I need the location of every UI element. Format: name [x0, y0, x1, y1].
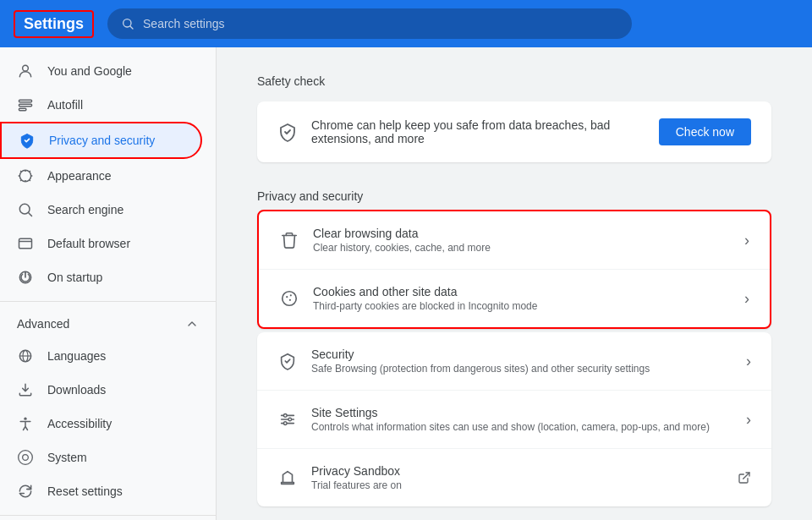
safety-check-description: Chrome can help keep you safe from data … [311, 118, 645, 145]
security-content: Security Safe Browsing (protection from … [311, 348, 732, 375]
accessibility-icon [17, 415, 34, 432]
cookies-site-data-desc: Third-party cookies are blocked in Incog… [313, 300, 731, 312]
search-bar[interactable] [107, 8, 632, 39]
clear-browsing-data-item[interactable]: Clear browsing data Clear history, cooki… [259, 211, 770, 270]
sidebar-label-autofill: Autofill [47, 98, 83, 112]
sidebar-item-appearance[interactable]: Appearance [0, 159, 202, 193]
search-input[interactable] [143, 17, 618, 30]
svg-point-16 [24, 418, 26, 420]
chevron-up-icon [185, 317, 199, 331]
browser-icon [17, 235, 34, 252]
search-icon [121, 17, 134, 30]
svg-point-26 [286, 296, 288, 298]
system-icon [17, 449, 34, 466]
sidebar-divider [0, 301, 216, 302]
main-layout: You and Google Autofill Privacy and secu… [0, 47, 812, 520]
safety-shield-icon [277, 122, 298, 142]
sidebar-item-search-engine[interactable]: Search engine [0, 193, 202, 227]
sidebar-item-default-browser[interactable]: Default browser [0, 227, 202, 260]
check-now-button[interactable]: Check now [659, 118, 751, 145]
sidebar-item-reset-settings[interactable]: Reset settings [0, 474, 202, 508]
svg-point-2 [23, 65, 29, 71]
sidebar-item-accessibility[interactable]: Accessibility [0, 407, 202, 441]
privacy-sandbox-item[interactable]: Privacy Sandbox Trial features are on [257, 449, 771, 506]
arrow-right-icon-3: › [746, 353, 751, 370]
security-title: Security [311, 348, 732, 361]
sidebar-label-downloads: Downloads [47, 383, 106, 397]
sandbox-icon [277, 468, 298, 488]
sidebar-divider-2 [0, 515, 216, 516]
person-icon [17, 63, 34, 79]
globe-icon [17, 348, 34, 364]
sidebar-label-reset-settings: Reset settings [47, 484, 123, 498]
svg-point-25 [283, 292, 297, 306]
svg-line-8 [29, 213, 32, 216]
svg-point-6 [19, 170, 30, 181]
sidebar-advanced-section[interactable]: Advanced [0, 309, 216, 339]
header: Settings [0, 0, 812, 47]
cookies-site-data-item[interactable]: Cookies and other site data Third-party … [259, 270, 770, 327]
sidebar: You and Google Autofill Privacy and secu… [0, 47, 217, 520]
sidebar-label-on-startup: On startup [47, 271, 102, 284]
clear-browsing-data-title: Clear browsing data [313, 227, 731, 240]
external-link-small-icon [738, 471, 751, 484]
arrow-right-icon-4: › [746, 411, 751, 429]
arrow-right-icon-2: › [744, 290, 749, 308]
clear-browsing-data-content: Clear browsing data Clear history, cooki… [313, 227, 731, 254]
sidebar-label-languages: Languages [47, 349, 106, 363]
sidebar-label-search-engine: Search engine [47, 203, 123, 216]
site-settings-content: Site Settings Controls what information … [311, 406, 732, 433]
svg-point-33 [288, 418, 292, 421]
appearance-icon [17, 167, 34, 184]
svg-line-1 [130, 26, 133, 29]
other-settings-card: Security Safe Browsing (protection from … [257, 332, 771, 506]
svg-rect-9 [19, 238, 32, 249]
cookies-site-data-title: Cookies and other site data [313, 285, 731, 298]
svg-rect-3 [19, 100, 32, 102]
sidebar-label-accessibility: Accessibility [47, 417, 112, 430]
site-settings-item[interactable]: Site Settings Controls what information … [257, 391, 771, 449]
sidebar-item-downloads[interactable]: Downloads [0, 373, 202, 407]
sidebar-item-on-startup[interactable]: On startup [0, 260, 202, 294]
sidebar-item-system[interactable]: System [0, 441, 202, 474]
svg-point-27 [290, 294, 292, 296]
sidebar-item-languages[interactable]: Languages [0, 339, 202, 373]
security-item[interactable]: Security Safe Browsing (protection from … [257, 332, 771, 391]
sidebar-label-you-and-google: You and Google [47, 64, 132, 78]
security-desc: Safe Browsing (protection from dangerous… [311, 363, 732, 375]
privacy-sandbox-content: Privacy Sandbox Trial features are on [311, 464, 724, 491]
main-content: Safety check Chrome can help keep you sa… [217, 47, 812, 520]
highlighted-settings-card: Clear browsing data Clear history, cooki… [257, 210, 771, 329]
svg-line-35 [743, 473, 749, 479]
arrow-right-icon: › [744, 232, 749, 249]
settings-title: Settings [14, 10, 94, 38]
privacy-sandbox-title: Privacy Sandbox [311, 464, 724, 478]
sliders-icon [277, 409, 298, 430]
svg-point-34 [283, 422, 287, 425]
sidebar-item-privacy-and-security[interactable]: Privacy and security [0, 122, 202, 159]
cookie-icon [279, 288, 299, 309]
reset-icon [17, 483, 34, 500]
svg-point-32 [283, 414, 287, 418]
safety-check-section-title: Safety check [257, 74, 771, 88]
site-settings-title: Site Settings [311, 406, 732, 419]
sidebar-label-default-browser: Default browser [47, 237, 130, 250]
sidebar-item-you-and-google[interactable]: You and Google [0, 54, 202, 88]
svg-rect-4 [19, 104, 32, 107]
privacy-section-title: Privacy and security [257, 189, 771, 203]
svg-rect-5 [19, 108, 26, 111]
cookies-site-data-content: Cookies and other site data Third-party … [313, 285, 731, 312]
sidebar-label-appearance: Appearance [47, 169, 112, 183]
advanced-label: Advanced [17, 317, 69, 331]
trash-icon [279, 230, 299, 250]
download-icon [17, 381, 34, 398]
autofill-icon [17, 96, 34, 113]
search-engine-icon [17, 201, 34, 218]
sidebar-label-privacy: Privacy and security [49, 134, 155, 147]
safety-check-card: Chrome can help keep you safe from data … [257, 101, 771, 162]
clear-browsing-data-desc: Clear history, cookies, cache, and more [313, 242, 731, 254]
shield-check-icon [277, 351, 298, 371]
privacy-sandbox-desc: Trial features are on [311, 479, 724, 491]
sidebar-item-autofill[interactable]: Autofill [0, 88, 202, 122]
sidebar-label-system: System [47, 451, 87, 464]
